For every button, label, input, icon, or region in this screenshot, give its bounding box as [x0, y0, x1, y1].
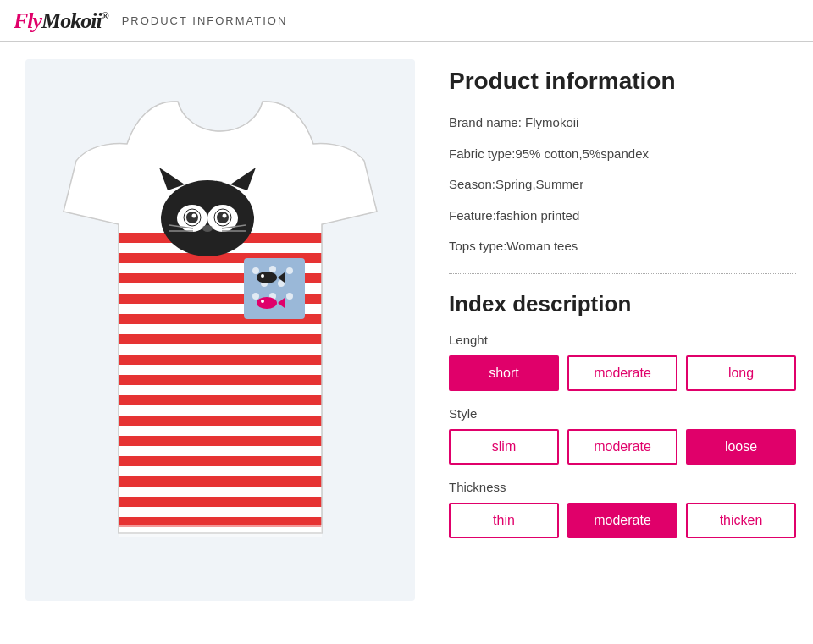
header: FlyMokoii® PRODUCT INFORMATION [0, 0, 813, 42]
product-title: Product information [449, 68, 796, 95]
logo-mokoii-text: Mokoii [41, 8, 102, 33]
svg-rect-10 [110, 416, 330, 426]
svg-rect-8 [110, 375, 330, 385]
style-loose-button[interactable]: loose [686, 429, 796, 465]
svg-rect-6 [110, 334, 330, 344]
svg-rect-48 [119, 525, 322, 537]
tshirt-illustration [59, 93, 381, 567]
section-divider [449, 273, 796, 274]
lenght-long-button[interactable]: long [686, 355, 796, 391]
svg-rect-14 [110, 497, 330, 507]
thickness-thin-button[interactable]: thin [449, 503, 559, 538]
thickness-thicken-button[interactable]: thicken [686, 503, 796, 538]
svg-point-26 [192, 214, 196, 218]
style-label: Style [449, 406, 796, 421]
brand-info: Brand name: Flymokoii [449, 113, 796, 133]
fabric-info: Fabric type:95% cotton,5%spandex [449, 145, 796, 164]
svg-point-44 [261, 274, 264, 278]
lenght-short-button[interactable]: short [449, 355, 559, 391]
logo-registered: ® [102, 10, 108, 22]
product-info: Product information Brand name: Flymokoi… [449, 59, 796, 601]
season-info: Season:Spring,Summer [449, 175, 796, 195]
svg-rect-12 [110, 456, 330, 466]
svg-point-41 [286, 293, 293, 300]
product-image-area [25, 59, 415, 601]
lenght-button-group: short moderate long [449, 355, 796, 391]
nav-title: PRODUCT INFORMATION [122, 14, 288, 27]
main-content: Product information Brand name: Flymokoi… [0, 42, 813, 618]
svg-rect-11 [110, 436, 330, 446]
svg-point-24 [186, 212, 198, 223]
logo-fly-text: Fly [14, 8, 41, 33]
svg-point-39 [252, 293, 259, 300]
svg-point-45 [257, 297, 277, 309]
tops-type-info: Tops type:Woman tees [449, 237, 796, 256]
svg-rect-13 [110, 476, 330, 487]
lenght-moderate-button[interactable]: moderate [567, 355, 678, 391]
svg-rect-7 [110, 355, 330, 365]
svg-point-36 [286, 267, 293, 274]
svg-point-35 [269, 266, 276, 272]
thickness-label: Thickness [449, 480, 796, 494]
svg-point-34 [252, 267, 259, 274]
svg-rect-9 [110, 395, 330, 405]
index-title: Index description [449, 291, 796, 317]
logo: FlyMokoii® [14, 8, 108, 34]
svg-point-47 [261, 300, 264, 303]
style-moderate-button[interactable]: moderate [567, 429, 678, 465]
style-button-group: slim moderate loose [449, 429, 796, 465]
svg-point-25 [217, 212, 229, 223]
svg-point-42 [257, 272, 277, 283]
style-slim-button[interactable]: slim [449, 429, 559, 465]
feature-info: Feature:fashion printed [449, 206, 796, 226]
svg-point-28 [202, 225, 213, 232]
svg-point-27 [223, 214, 227, 218]
thickness-moderate-button[interactable]: moderate [567, 503, 678, 538]
lenght-label: Lenght [449, 333, 796, 347]
thickness-button-group: thin moderate thicken [449, 503, 796, 538]
